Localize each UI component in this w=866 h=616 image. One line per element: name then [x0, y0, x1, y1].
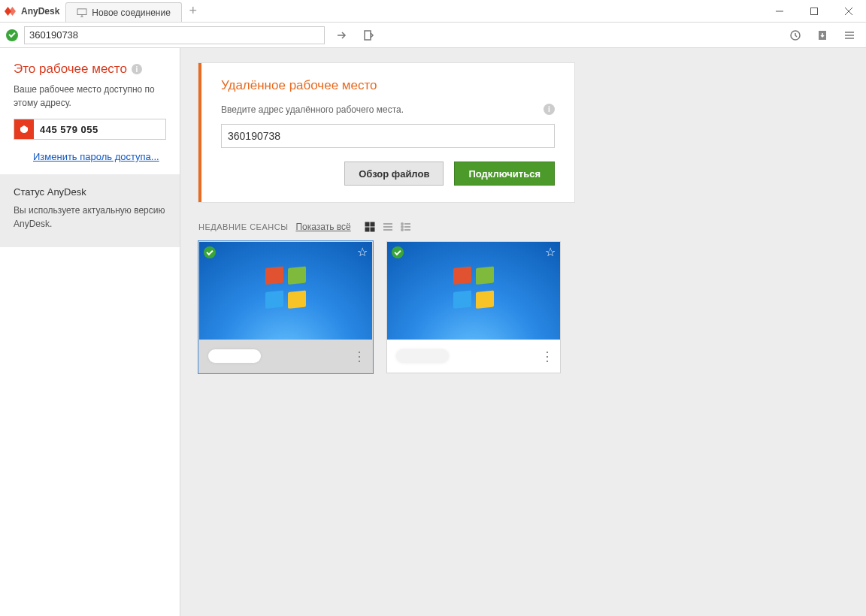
main: Удалённое рабочее место Введите адрес уд…: [180, 48, 866, 616]
sidebar-workstation-heading: Это рабочее место i: [14, 62, 166, 77]
svg-point-20: [401, 223, 403, 225]
svg-rect-14: [371, 222, 374, 226]
info-icon[interactable]: i: [544, 104, 555, 115]
titlebar: AnyDesk Новое соединение +: [0, 0, 866, 23]
maximize-button[interactable]: [797, 0, 831, 22]
view-modes: [363, 220, 413, 234]
session-tile[interactable]: ☆ ⋯: [198, 241, 373, 373]
windows-logo-icon: [453, 267, 494, 308]
close-button[interactable]: [831, 0, 866, 22]
svg-point-22: [401, 226, 403, 228]
online-status-icon: [392, 246, 404, 258]
new-tab-button[interactable]: +: [182, 0, 204, 22]
connect-button[interactable]: Подключиться: [454, 162, 555, 186]
session-thumbnail: ☆: [199, 242, 372, 340]
remote-address-input[interactable]: [221, 124, 555, 148]
brand-label: AnyDesk: [21, 6, 59, 17]
monitor-icon: [77, 8, 87, 17]
windows-logo-icon: [265, 267, 306, 308]
anydesk-logo-icon: [5, 5, 18, 18]
favorite-icon[interactable]: ☆: [545, 245, 556, 259]
address-badge-icon: [14, 119, 34, 139]
svg-rect-16: [371, 228, 374, 231]
recent-tiles: ☆ ⋯ ☆ ⋯: [198, 241, 848, 373]
body: Это рабочее место i Ваше рабочее место д…: [0, 48, 866, 616]
online-status-icon: [204, 246, 216, 258]
remote-card: Удалённое рабочее место Введите адрес уд…: [198, 63, 574, 202]
go-button[interactable]: [331, 25, 352, 46]
session-tile[interactable]: ☆ ⋯: [386, 241, 561, 373]
history-button[interactable]: [785, 25, 806, 46]
connection-status-icon: [6, 29, 18, 41]
view-list-button[interactable]: [381, 220, 395, 234]
address-input[interactable]: [24, 26, 325, 44]
tile-caption: ⋯: [387, 340, 560, 373]
session-thumbnail: ☆: [387, 242, 560, 340]
tile-caption: ⋯: [199, 340, 372, 373]
toolbar: [0, 23, 866, 48]
own-address-box[interactable]: 445 579 055: [14, 119, 166, 140]
minimize-button[interactable]: [762, 0, 797, 22]
view-grid-button[interactable]: [363, 220, 377, 234]
svg-rect-13: [365, 222, 369, 226]
remote-button-row: Обзор файлов Подключиться: [221, 162, 555, 186]
tile-name-redacted: [208, 349, 261, 363]
own-address: 445 579 055: [34, 124, 104, 135]
sidebar: Это рабочее место i Ваше рабочее место д…: [0, 48, 180, 616]
status-desc: Вы используете актуальную версию AnyDesk…: [14, 204, 166, 231]
file-transfer-button[interactable]: [358, 25, 379, 46]
tile-menu-button[interactable]: ⋯: [540, 350, 556, 363]
svg-rect-4: [811, 8, 818, 14]
recent-label: НЕДАВНИЕ СЕАНСЫ: [198, 222, 288, 231]
browse-files-button[interactable]: Обзор файлов: [344, 162, 444, 186]
tile-name-redacted: [396, 349, 449, 363]
tab-new-connection[interactable]: Новое соединение: [65, 2, 182, 22]
sidebar-workstation: Это рабочее место i Ваше рабочее место д…: [0, 48, 180, 174]
info-icon[interactable]: i: [132, 64, 142, 74]
tile-menu-button[interactable]: ⋯: [352, 350, 368, 363]
workstation-heading-text: Это рабочее место: [14, 62, 127, 77]
change-password-link[interactable]: Изменить пароль доступа...: [33, 150, 166, 164]
remote-hint-row: Введите адрес удалённого рабочего места.…: [221, 104, 555, 115]
show-all-link[interactable]: Показать всё: [295, 222, 350, 232]
view-detail-button[interactable]: [399, 220, 413, 234]
brand: AnyDesk: [0, 0, 65, 22]
svg-rect-7: [365, 31, 371, 40]
status-heading: Статус AnyDesk: [14, 186, 166, 198]
recent-header: НЕДАВНИЕ СЕАНСЫ Показать всё: [198, 220, 848, 234]
favorite-icon[interactable]: ☆: [357, 245, 368, 259]
svg-rect-15: [365, 228, 369, 231]
install-button[interactable]: [812, 25, 833, 46]
remote-heading: Удалённое рабочее место: [221, 78, 555, 93]
tab-label: Новое соединение: [92, 8, 171, 18]
sidebar-status: Статус AnyDesk Вы используете актуальную…: [0, 174, 180, 247]
menu-button[interactable]: [839, 25, 860, 46]
remote-hint: Введите адрес удалённого рабочего места.: [221, 104, 404, 115]
svg-point-24: [401, 229, 403, 231]
svg-rect-0: [77, 8, 86, 14]
workstation-desc: Ваше рабочее место доступно по этому адр…: [14, 83, 166, 110]
